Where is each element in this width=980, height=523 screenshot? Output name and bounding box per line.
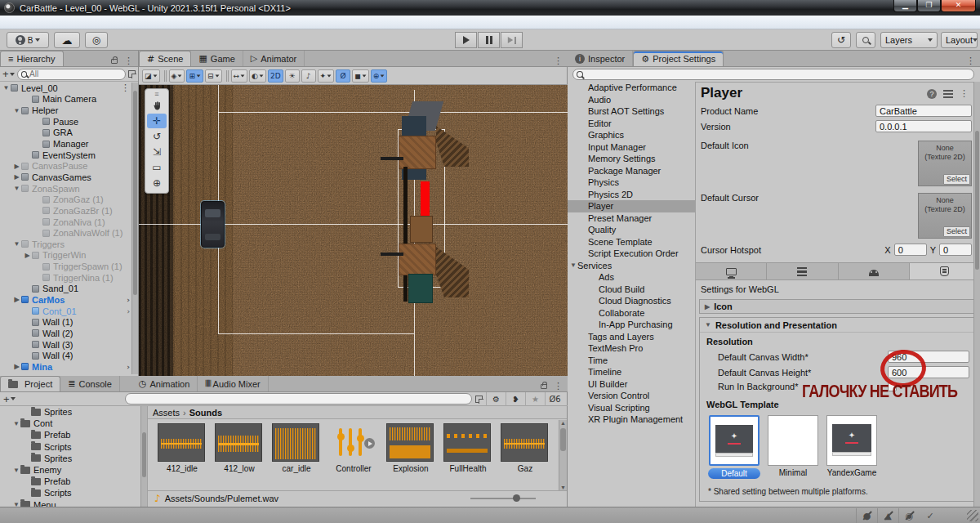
panel-menu-icon[interactable]: ⋮ bbox=[549, 56, 568, 66]
palette-drag-handle[interactable]: ≡ bbox=[145, 91, 168, 97]
hierarchy-item[interactable]: ▶CarMos› bbox=[0, 294, 131, 306]
filter-by-type-button[interactable]: ⚙ bbox=[486, 392, 506, 406]
platform-tab-android[interactable] bbox=[839, 263, 910, 279]
rotate-tool[interactable]: ↺ bbox=[147, 129, 167, 144]
hierarchy-item[interactable]: ▶Mina› bbox=[0, 361, 131, 373]
hierarchy-item[interactable]: TriggerNina (1) bbox=[0, 272, 131, 284]
tab-hierarchy[interactable]: ≡ Hierarchy bbox=[0, 51, 64, 66]
default-icon-slot[interactable]: None(Texture 2D) Select bbox=[918, 141, 972, 186]
product-name-field[interactable]: CarBattle bbox=[875, 105, 972, 117]
folder-item[interactable]: Scripts bbox=[0, 487, 140, 498]
pause-button[interactable] bbox=[478, 32, 500, 48]
settings-category[interactable]: Cloud Diagnostics bbox=[568, 295, 695, 307]
rect-tool[interactable]: ▭ bbox=[147, 160, 167, 175]
hierarchy-item[interactable]: TriggerSpawn (1) bbox=[0, 261, 131, 272]
maximize-button[interactable]: ❐ bbox=[917, 0, 941, 12]
context-menu-icon[interactable]: ⋮ bbox=[960, 88, 969, 99]
hotspot-x-field[interactable]: 0 bbox=[894, 244, 927, 256]
hierarchy-search-input[interactable] bbox=[29, 69, 122, 78]
play-button[interactable] bbox=[455, 32, 477, 48]
help-icon[interactable]: ? bbox=[927, 89, 937, 99]
resolution-presentation-foldout[interactable]: ▼Resolution and Presentation bbox=[700, 318, 976, 333]
hierarchy-item[interactable]: ZonaGazBr (1) bbox=[0, 205, 131, 217]
webgl-template-card[interactable]: Default bbox=[708, 415, 760, 479]
asset-item[interactable]: 412_idle bbox=[158, 423, 207, 489]
hierarchy-search[interactable] bbox=[17, 69, 126, 80]
hierarchy-item[interactable]: GRA bbox=[0, 127, 131, 139]
assets-scrollbar[interactable]: ▲ ▼ bbox=[559, 420, 567, 490]
add-object-button[interactable]: + bbox=[2, 68, 15, 80]
folder-item[interactable]: ▼Menu bbox=[0, 499, 140, 507]
filter-by-label-button[interactable]: ❥ bbox=[506, 392, 525, 406]
tab-scene[interactable]: #Scene bbox=[139, 51, 191, 66]
settings-category[interactable]: Input Manager bbox=[568, 141, 695, 154]
panel-menu-icon[interactable]: ⋮ bbox=[554, 381, 563, 391]
settings-category[interactable]: Physics bbox=[568, 177, 695, 189]
folder-item[interactable]: Scripts bbox=[0, 441, 140, 453]
hierarchy-item[interactable]: Manager bbox=[0, 138, 131, 150]
platform-tab-webgl[interactable] bbox=[910, 263, 980, 279]
settings-category[interactable]: Preset Manager bbox=[568, 212, 695, 225]
settings-category[interactable]: Editor bbox=[568, 118, 695, 130]
transform-tool[interactable]: ⊕ bbox=[147, 176, 167, 190]
settings-category[interactable]: TextMesh Pro bbox=[568, 342, 695, 355]
scene-toolbar-button[interactable]: ⊞ bbox=[186, 69, 203, 83]
scene-toolbar-button[interactable]: ⊕ bbox=[371, 69, 388, 83]
folder-item[interactable]: Sprites bbox=[0, 453, 140, 464]
hierarchy-item[interactable]: Wall (2) bbox=[0, 328, 131, 339]
settings-category[interactable]: XR Plugin Management bbox=[568, 413, 695, 426]
mute-bug-icon[interactable]: ● bbox=[856, 508, 877, 523]
hierarchy-item[interactable]: ZonaNivaWolf (1) bbox=[0, 227, 131, 239]
hierarchy-scrollbar[interactable] bbox=[131, 83, 138, 374]
scene-toolbar-button[interactable]: ↔ bbox=[231, 69, 248, 83]
settings-category[interactable]: Collaborate bbox=[568, 307, 695, 320]
mute-messages-icon[interactable]: ◉ bbox=[898, 508, 920, 523]
settings-category[interactable]: Visual Scripting bbox=[568, 402, 695, 414]
settings-category[interactable]: Time bbox=[568, 355, 695, 367]
version-control-button[interactable]: ◎ bbox=[85, 32, 108, 48]
resize-grip[interactable] bbox=[967, 510, 978, 521]
scene-toolbar-button[interactable]: ⊟ bbox=[205, 69, 222, 83]
asset-item[interactable]: FullHealth bbox=[443, 423, 492, 489]
settings-search[interactable] bbox=[572, 69, 974, 80]
tab-animator[interactable]: ▷Animator bbox=[243, 51, 305, 66]
account-button[interactable]: B bbox=[7, 32, 49, 48]
hierarchy-item[interactable]: ▼Level_00 ⋮ bbox=[0, 83, 131, 94]
car-object[interactable] bbox=[201, 201, 225, 248]
tab-console[interactable]: ≣Console bbox=[60, 376, 120, 391]
hierarchy-item[interactable]: Sand_01 bbox=[0, 284, 131, 295]
icon-foldout[interactable]: ▶Icon bbox=[699, 299, 977, 314]
scale-tool[interactable]: ⇲ bbox=[147, 145, 167, 159]
scene-toolbar-button[interactable]: ◪ bbox=[142, 69, 160, 83]
hierarchy-item[interactable]: ZonaGaz (1) bbox=[0, 194, 131, 205]
pick-window-icon[interactable] bbox=[128, 70, 136, 78]
hierarchy-item[interactable]: ▼Triggers bbox=[0, 239, 131, 250]
settings-category[interactable]: Audio bbox=[568, 94, 695, 106]
scene-toolbar-button[interactable]: ◼ bbox=[352, 69, 368, 83]
version-field[interactable]: 0.0.0.1 bbox=[875, 120, 972, 132]
asset-item[interactable]: Gaz bbox=[501, 423, 550, 489]
lock-icon[interactable] bbox=[111, 59, 118, 64]
folder-item[interactable]: ▼Cont bbox=[0, 418, 140, 429]
webgl-template-card[interactable]: YandexGame bbox=[826, 415, 878, 477]
settings-category[interactable]: Cloud Build bbox=[568, 284, 695, 296]
folder-item[interactable]: Prefab bbox=[0, 476, 140, 487]
tab-animation[interactable]: ◷Animation bbox=[131, 376, 198, 391]
project-search-input[interactable] bbox=[129, 395, 468, 404]
scene-toolbar-button[interactable]: Ø bbox=[336, 69, 350, 83]
hierarchy-item[interactable]: EventSystem bbox=[0, 150, 131, 161]
scene-toolbar-button[interactable]: ✦ bbox=[318, 69, 335, 83]
settings-category[interactable]: ▼Services bbox=[568, 260, 695, 272]
thumbnail-zoom-slider[interactable] bbox=[470, 498, 536, 499]
hierarchy-item[interactable]: ZonaNiva (1) bbox=[0, 217, 131, 228]
folder-item[interactable]: Prefab bbox=[0, 429, 140, 440]
hierarchy-item[interactable]: ▶CanvasPause bbox=[0, 160, 131, 172]
folder-item[interactable]: Sprites bbox=[0, 406, 140, 418]
hierarchy-item[interactable]: ▼Helper bbox=[0, 105, 131, 116]
project-search[interactable] bbox=[125, 393, 472, 405]
hierarchy-item[interactable]: Wall (4) bbox=[0, 350, 131, 361]
cloud-services-button[interactable]: ☁ bbox=[54, 32, 80, 48]
settings-search-input[interactable] bbox=[586, 70, 970, 79]
scene-toolbar-button[interactable]: ☀ bbox=[285, 69, 300, 83]
close-button[interactable]: ✕ bbox=[941, 0, 976, 12]
